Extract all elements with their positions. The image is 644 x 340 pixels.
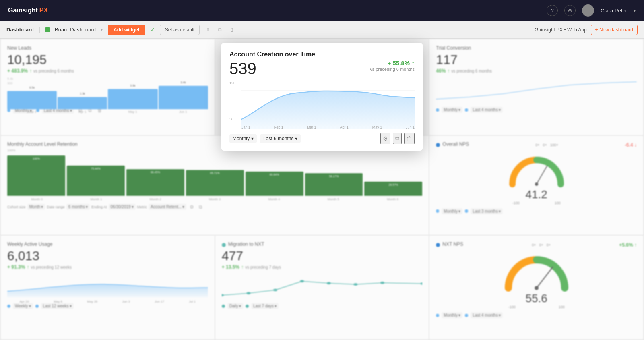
plus-icon: + [595,27,598,33]
modal-monthly-label: Monthly [233,136,250,141]
modal-delete-icon[interactable]: 🗑 [404,133,415,144]
modal-y-labels: 120 30 [229,81,235,121]
modal-action-icons: ⚙ ⧉ 🗑 [380,133,415,144]
nxt-nps-dot [436,243,440,247]
help-icon[interactable]: ? [547,5,558,16]
migration-header: Migration to NXT [222,241,423,249]
trial-area-svg [436,77,637,101]
gauge-range: -100 100 [512,201,561,205]
weekly-badge-val: + 91.3% [7,264,25,270]
logo-px: PX [39,7,48,14]
svg-line-10 [537,267,553,288]
dashboard-label: Dashboard [6,27,34,33]
new-dashboard-button[interactable]: + New dashboard [591,25,638,35]
modal-copy-icon[interactable]: ⧉ [393,133,402,144]
board-dropdown[interactable]: ▾ [101,27,103,32]
logo: Gainsight PX [8,7,48,14]
new-leads-widget: New Leads 10,195 + 483.9% ↑ vs preceding… [1,39,215,135]
migration-dot [222,243,226,247]
migration-daily[interactable]: Daily ▾ [227,303,243,309]
nps-monthly[interactable]: Monthly ▾ [442,208,462,214]
modal-badge-val: + 55.8% [388,60,410,66]
divider: | [39,26,40,33]
copy-icon[interactable]: ⧉ [217,26,223,33]
overall-nps-title: Overall NPS [442,141,469,147]
modal-footer: Monthly ▾ Last 6 months ▾ ⚙ ⧉ 🗑 [229,133,415,144]
account-creation-modal[interactable]: Account Creation over Time 539 + 55.8% ↑… [221,43,423,151]
modal-period-filter[interactable]: Last 6 months ▾ [260,134,301,143]
svg-point-3 [246,292,250,294]
trial-period[interactable]: Last 4 months ▾ [471,107,503,113]
bar-2: 1.3k [58,97,107,109]
weekly-badge-sub: vs preceding 12 weeks [31,265,72,270]
weekly-chart: Apr 20 May 6 May 26 Jun 3 Jun 17 Jul 1 [7,273,208,301]
nps-value: 41.2 [525,188,547,201]
nps-footer: Monthly ▾ Last 3 months ▾ [436,208,637,214]
filter-dot3 [436,108,439,112]
dropdown-arrow[interactable]: ▾ [634,8,636,13]
new-leads-value: 10,195 [7,52,208,67]
migration-value: 477 [222,249,423,263]
ret-bar-1: 75.44% [67,166,125,196]
metric-filter[interactable]: Account Retent... ▾ [149,204,186,210]
nps-dot [436,143,440,147]
modal-monthly-filter[interactable]: Monthly ▾ [229,134,257,143]
weekly-dot [7,305,10,308]
share-icon[interactable]: ⇧ [204,26,212,33]
add-widget-button[interactable]: Add widget [108,25,145,35]
nxt-monthly[interactable]: Monthly ▾ [442,312,462,318]
y-label-top: 5.4k [7,77,208,81]
svg-point-8 [380,282,384,284]
migration-widget: Migration to NXT 477 + 13.5% ↑ vs preced… [215,236,429,339]
ret-settings[interactable]: ⚙ [188,203,196,211]
nxt-dot [436,314,439,317]
svg-point-4 [273,289,277,291]
retention-bars: 100% 75.44% 66.45% 65.71% 60.64% 56.17% … [7,155,422,196]
weekly-filter[interactable]: Weekly ▾ [13,303,33,309]
ret-bar-0: 100% [7,155,65,196]
weekly-dot2 [35,305,39,308]
ret-x-labels: Month 0 Month 1 Month 2 Month 3 Month 4 … [7,197,422,201]
nps-period[interactable]: Last 3 months ▾ [471,208,503,214]
date-range-filter[interactable]: 6 months ▾ [66,204,90,210]
migration-chart [222,273,423,301]
notification-icon[interactable]: ⊕ [564,5,576,16]
weekly-footer: Weekly ▾ Last 12 weeks ▾ [7,303,208,309]
avatar[interactable] [582,4,594,17]
modal-x-labels: Jan 1 Feb 1 Mar 1 Apr 1 May 1 Jun 1 [242,125,415,129]
nxt-nps-title: NXT NPS [442,241,463,247]
new-leads-title: New Leads [7,45,208,51]
set-default-button[interactable]: Set as default [160,25,200,35]
migration-svg [222,273,423,297]
migration-footer: Daily ▾ Last 7 days ▾ [222,303,423,309]
ret-copy[interactable]: ⧉ [197,203,204,211]
cohort-filter[interactable]: Month ▾ [27,204,45,210]
y-label-mid: 300 [7,81,208,85]
modal-badge-sub: vs preceding 6 months [370,67,415,72]
new-leads-chart: 5.4k 300 6.5k 1.3k 3.9k 3.4k Mar 1Apr 1M… [7,77,208,105]
nxt-period[interactable]: Last 4 months ▾ [471,312,503,318]
svg-point-11 [535,286,539,290]
nps-scores: 0+ 0+ 100+ [535,143,558,147]
nxt-gauge-range: -100 100 [508,305,565,309]
svg-point-5 [300,280,304,282]
delete-icon[interactable]: 🗑 [228,26,236,33]
ending-at-filter[interactable]: 06/30/2019 ▾ [109,204,136,210]
ret-bar-6: 28.57% [364,182,422,196]
nxt-nps-widget: NXT NPS 0+ 0+ 0+ +5.6% ↑ 55.6 -100 100 [429,236,643,339]
modal-settings-icon[interactable]: ⚙ [380,133,390,144]
migration-period[interactable]: Last 7 days ▾ [251,303,279,309]
gauge-svg [504,152,569,188]
toolbar: Dashboard | Board Dashboard ▾ Add widget… [0,21,644,39]
logo-text: Gainsight [8,7,38,14]
modal-period-label: Last 6 months [263,136,293,141]
ret-bar-2: 66.45% [126,169,184,196]
board-indicator [45,27,50,32]
nxt-nps-value: 55.6 [525,292,547,305]
trial-monthly[interactable]: Monthly ▾ [442,107,462,113]
weekly-title: Weekly Active Usage [7,241,208,247]
weekly-period[interactable]: Last 12 weeks ▾ [41,303,74,309]
trial-badge-sub: vs preceding 6 months [451,69,492,73]
svg-point-9 [420,282,422,285]
mig-dot [222,305,225,308]
